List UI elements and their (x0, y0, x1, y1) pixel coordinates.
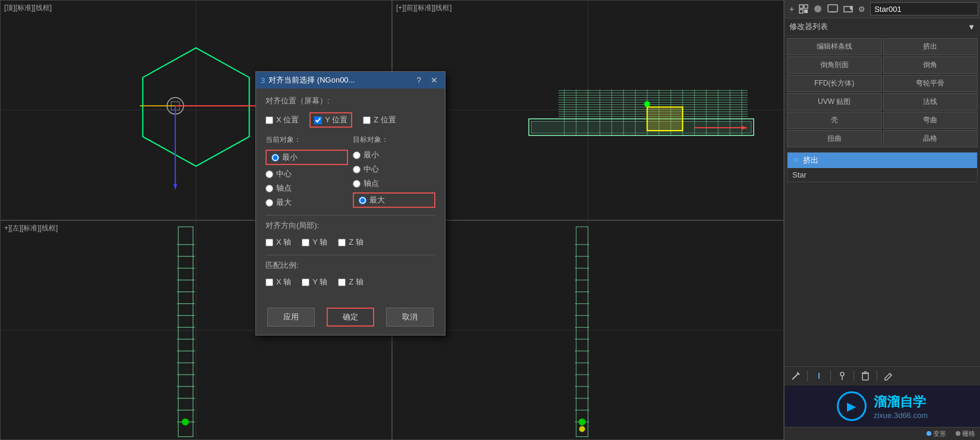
z-pos-checkbox[interactable] (363, 116, 371, 124)
svg-point-92 (814, 5, 821, 12)
current-max-radio-item[interactable]: 最大 (265, 197, 348, 208)
align-x-checkbox[interactable] (265, 239, 273, 246)
mod-bevel[interactable]: 倒角 (883, 56, 978, 74)
cursor-icon[interactable]: I (813, 369, 826, 382)
svg-rect-89 (804, 5, 808, 8)
mod-lattice[interactable]: 晶格 (883, 130, 978, 147)
target-max-label: 最大 (369, 195, 385, 205)
cancel-button[interactable]: 取消 (386, 308, 434, 327)
x-pos-checkbox[interactable] (265, 116, 273, 124)
confirm-button[interactable]: 确定 (327, 308, 374, 327)
position-checkboxes: X 位置 Y 位置 Z 位置 (265, 112, 435, 128)
mod-shell[interactable]: 壳 (787, 112, 882, 129)
align-position-title: 对齐位置（屏幕）: (265, 96, 435, 106)
pin-icon[interactable] (836, 369, 849, 382)
mod-normal[interactable]: 法线 (883, 93, 978, 110)
z-pos-checkbox-item[interactable]: Z 位置 (363, 115, 396, 125)
target-pivot-radio[interactable] (353, 180, 361, 188)
current-center-label: 中心 (276, 169, 292, 179)
current-max-radio[interactable] (265, 199, 273, 207)
modifier-stack: 👁 挤出 Star (787, 152, 978, 182)
target-max-radio[interactable] (359, 197, 366, 204)
scale-checkboxes: X 轴 Y 轴 Z 轴 (265, 277, 435, 287)
svg-rect-91 (804, 10, 808, 13)
target-min-radio-item[interactable]: 最小 (353, 150, 435, 160)
current-object-label: 当前对象： (265, 135, 348, 145)
mod-edit-spline[interactable]: 编辑样条线 (787, 38, 882, 55)
current-pivot-radio-item[interactable]: 轴点 (265, 183, 348, 194)
right-panel-bottom-toolbar: I (785, 366, 980, 385)
mod-twist[interactable]: 扭曲 (787, 130, 882, 147)
scale-z-item[interactable]: Z 轴 (338, 277, 363, 287)
wand-icon[interactable] (789, 369, 802, 382)
svg-point-66 (182, 418, 189, 425)
align-z-label: Z 轴 (349, 237, 363, 248)
dialog-help-button[interactable]: ? (414, 75, 423, 85)
add-icon[interactable]: + (789, 2, 794, 15)
svg-rect-69 (576, 226, 588, 436)
camera-icon[interactable] (843, 2, 853, 15)
align-y-item[interactable]: Y 轴 (302, 237, 327, 248)
scale-x-checkbox[interactable] (265, 278, 273, 286)
scale-y-checkbox[interactable] (302, 278, 309, 286)
layers-icon[interactable] (813, 2, 823, 15)
x-pos-label: X 位置 (276, 115, 299, 125)
status-label-2: 栅格 (956, 429, 975, 438)
viewport-bottom-right[interactable]: [边面] (392, 220, 784, 441)
align-z-item[interactable]: Z 轴 (338, 237, 363, 248)
svg-rect-88 (799, 5, 803, 8)
current-min-radio-item[interactable]: 最小 (265, 150, 348, 165)
align-y-checkbox[interactable] (302, 239, 309, 246)
svg-line-103 (890, 373, 892, 375)
svg-marker-9 (173, 184, 177, 190)
mod-bend-flat[interactable]: 弯轮平骨 (883, 75, 978, 92)
current-max-label: 最大 (276, 197, 292, 208)
scale-x-item[interactable]: X 轴 (265, 277, 291, 287)
align-z-checkbox[interactable] (338, 239, 346, 246)
current-pivot-radio[interactable] (265, 185, 273, 192)
viewport-top-right[interactable]: [+][前][标准][线框] (392, 0, 784, 220)
mod-ffd[interactable]: FFD(长方体) (787, 75, 882, 92)
modifier-list-arrow: ▼ (968, 23, 975, 31)
stack-item-extrude[interactable]: 👁 挤出 (788, 153, 977, 168)
scale-z-checkbox[interactable] (338, 278, 346, 286)
stack-label-extrude: 挤出 (803, 155, 818, 166)
eye-icon-extrude[interactable]: 👁 (792, 156, 799, 164)
target-center-radio-item[interactable]: 中心 (353, 164, 435, 175)
target-pivot-label: 轴点 (363, 178, 379, 189)
apply-button[interactable]: 应用 (267, 308, 315, 327)
edit-icon[interactable] (882, 369, 895, 382)
screen-icon[interactable] (827, 2, 838, 15)
target-pivot-radio-item[interactable]: 轴点 (353, 178, 435, 189)
align-x-label: X 轴 (276, 237, 291, 248)
scale-y-item[interactable]: Y 轴 (302, 277, 327, 287)
expand-icon[interactable] (799, 2, 808, 15)
target-max-radio-item[interactable]: 最大 (353, 192, 435, 208)
mod-uvw[interactable]: UVW 贴图 (787, 93, 882, 110)
mod-extrude[interactable]: 挤出 (883, 38, 978, 55)
align-direction-checkboxes: X 轴 Y 轴 Z 轴 (265, 237, 435, 248)
svg-line-96 (792, 373, 798, 379)
x-pos-checkbox-item[interactable]: X 位置 (265, 115, 299, 125)
watermark-brand: 溜溜自学 (874, 393, 928, 411)
y-pos-checkbox-item[interactable]: Y 位置 (309, 112, 352, 128)
dialog-close-button[interactable]: ✕ (428, 75, 440, 85)
svg-rect-100 (862, 373, 868, 380)
current-center-radio-item[interactable]: 中心 (265, 169, 348, 179)
target-min-radio[interactable] (353, 151, 361, 159)
delete-icon[interactable] (859, 369, 872, 382)
svg-point-87 (579, 426, 585, 432)
align-x-item[interactable]: X 轴 (265, 237, 291, 248)
svg-rect-93 (828, 5, 837, 12)
y-pos-checkbox[interactable] (314, 116, 322, 124)
mod-bevel-profile[interactable]: 倒角剖面 (787, 56, 882, 74)
target-center-radio[interactable] (353, 166, 361, 173)
stack-item-star[interactable]: Star (788, 168, 977, 182)
object-name-input[interactable] (870, 2, 978, 15)
current-center-radio[interactable] (265, 170, 273, 178)
settings-icon[interactable]: ⚙ (858, 2, 865, 15)
mod-bend[interactable]: 弯曲 (883, 112, 978, 129)
viewport-bottom-left-label: +][左][标准][线框] (4, 223, 58, 233)
align-dialog[interactable]: 3 对齐当前选择 (NGon00... ? ✕ 对齐位置（屏幕）: (255, 71, 445, 335)
current-min-radio[interactable] (271, 154, 279, 162)
